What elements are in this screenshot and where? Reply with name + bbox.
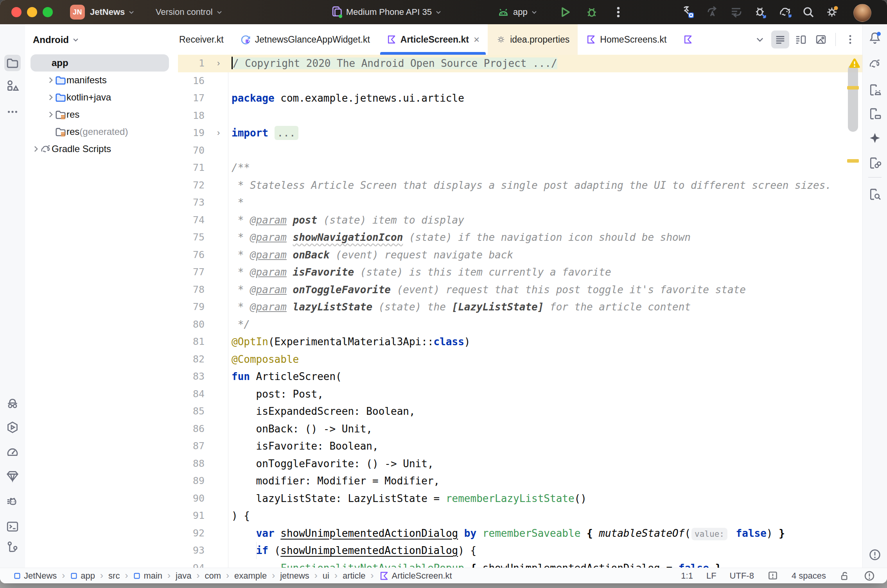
code-line[interactable]: 79 * @param lazyListState (state) the [L… (178, 298, 862, 316)
attach-debugger-icon[interactable] (752, 4, 769, 20)
fold-arrow-icon[interactable]: › (217, 55, 220, 72)
chevron-right-icon[interactable] (32, 145, 40, 152)
gemini-icon[interactable] (867, 130, 883, 146)
app-quality-insights-icon[interactable] (4, 468, 21, 484)
line-separator-widget[interactable]: LF (706, 571, 716, 581)
code-line[interactable]: 70 (178, 142, 862, 160)
design-view-icon[interactable] (812, 30, 830, 48)
build-icon[interactable] (680, 4, 696, 20)
logcat-icon[interactable] (4, 493, 21, 510)
tree-item-gradle-scripts[interactable]: Gradle Scripts (25, 140, 178, 158)
code-line[interactable]: 17package com.example.jetnews.ui.article (178, 90, 862, 107)
chevron-right-icon[interactable] (47, 77, 55, 84)
device-mirroring-icon[interactable] (867, 155, 883, 171)
tab-idea-properties[interactable]: idea.properties (488, 24, 578, 55)
close-window-button[interactable] (11, 7, 22, 17)
debug-icon[interactable] (584, 4, 600, 20)
settings-gear-icon[interactable] (824, 4, 840, 20)
indent-widget[interactable]: 4 spaces (792, 571, 826, 581)
breadcrumb-item-jetnews[interactable]: jetnews (280, 571, 309, 581)
breadcrumb-item-example[interactable]: example (234, 571, 267, 581)
run-configuration-selector[interactable]: app (497, 0, 537, 24)
code-line[interactable]: 92 var showUnimplementedActionDialog by … (178, 525, 862, 542)
code-line[interactable]: 19›import ... (178, 124, 862, 142)
apply-changes-restart-icon[interactable] (704, 4, 720, 20)
breadcrumb-item-articlescreen-kt[interactable]: ArticleScreen.kt (379, 571, 452, 581)
tab-jetnewsglanceappwidget-kt[interactable]: JetnewsGlanceAppWidget.kt (232, 24, 378, 55)
error-indicator-icon[interactable] (864, 570, 875, 582)
tree-item-res[interactable]: res (25, 106, 178, 123)
layout-inspector-icon[interactable] (867, 186, 883, 203)
code-line[interactable]: 87 isFavorite: Boolean, (178, 437, 862, 455)
split-view-icon[interactable] (792, 30, 810, 48)
code-line[interactable]: 93 if (showUnimplementedActionDialog) { (178, 542, 862, 559)
breadcrumb-item-main[interactable]: main (133, 571, 162, 581)
code-line[interactable]: 83fun ArticleScreen( (178, 368, 862, 385)
breadcrumb-item-article[interactable]: article (343, 571, 366, 581)
code-line[interactable]: 89 modifier: Modifier = Modifier, (178, 472, 862, 490)
breadcrumb-item-ui[interactable]: ui (323, 571, 329, 581)
code-line[interactable]: 72 * Stateless Article Screen that displ… (178, 177, 862, 194)
unlocked-icon[interactable] (839, 570, 850, 581)
code-line[interactable]: 86 onBack: () -> Unit, (178, 420, 862, 438)
code-line[interactable]: 82@Composable (178, 351, 862, 368)
tree-item-app[interactable]: app (25, 54, 178, 72)
chevron-right-icon[interactable] (47, 111, 55, 118)
apply-code-changes-icon[interactable] (728, 4, 745, 20)
code-line[interactable]: 18 (178, 107, 862, 125)
tree-item-kotlin-java[interactable]: kotlin+java (25, 89, 178, 106)
run-icon[interactable] (557, 4, 573, 20)
search-everywhere-icon[interactable] (800, 4, 817, 20)
device-selector[interactable]: Medium Phone API 35 (330, 0, 441, 24)
tab-homescreens-kt[interactable]: HomeScreens.kt (578, 24, 675, 55)
code-view-icon[interactable] (771, 30, 789, 48)
device-manager-icon[interactable] (867, 82, 883, 98)
services-icon[interactable] (4, 419, 21, 436)
breadcrumb-item-app[interactable]: app (70, 571, 95, 581)
encoding-widget[interactable]: UTF-8 (730, 571, 754, 581)
more-tool-windows-icon[interactable] (4, 104, 21, 120)
resource-manager-icon[interactable] (4, 77, 21, 94)
breadcrumb-item-jetnews[interactable]: JetNews (13, 571, 57, 581)
problems-icon[interactable] (867, 547, 883, 563)
more-options-icon[interactable] (610, 4, 627, 20)
code-editor[interactable]: 1›/ Copyright 2020 The Android Open Sour… (178, 55, 862, 568)
breadcrumb-item-com[interactable]: com (205, 571, 221, 581)
breadcrumb-item-java[interactable]: java (176, 571, 191, 581)
code-line[interactable]: 90 lazyListState: LazyListState = rememb… (178, 490, 862, 507)
version-control-menu[interactable]: Version control (156, 0, 222, 24)
chevron-right-icon[interactable] (47, 94, 55, 101)
terminal-icon[interactable] (4, 518, 21, 535)
version-control-icon[interactable] (4, 539, 21, 555)
code-line[interactable]: 80 */ (178, 316, 862, 333)
minimize-window-button[interactable] (27, 7, 37, 17)
code-line[interactable]: 85 isExpandedScreen: Boolean, (178, 403, 862, 420)
code-line[interactable]: 94 FunctionalityNotAvailablePopup { show… (178, 559, 862, 568)
tab-receiver-kt[interactable]: Receiver.kt (178, 24, 232, 55)
tree-item-manifests[interactable]: manifests (25, 72, 178, 89)
code-line[interactable]: 78 * @param onToggleFavorite (event) req… (178, 281, 862, 299)
gradle-icon[interactable] (867, 56, 883, 72)
fold-arrow-icon[interactable]: › (217, 124, 220, 142)
code-line[interactable]: 73 * (178, 194, 862, 212)
tree-item-res[interactable]: res (generated) (25, 123, 178, 140)
gradle-sync-icon[interactable] (777, 4, 793, 20)
code-line[interactable]: 76 * @param onBack (event) request navig… (178, 246, 862, 264)
code-line[interactable]: 75 * @param showNavigationIcon (state) i… (178, 229, 862, 246)
bell-icon[interactable] (867, 30, 883, 46)
running-devices-icon[interactable] (867, 106, 883, 122)
hidden-tabs-chevron-icon[interactable] (751, 30, 769, 48)
code-line[interactable]: 74 * @param post (state) item to display (178, 212, 862, 229)
code-line[interactable]: 88 onToggleFavorite: () -> Unit, (178, 455, 862, 473)
user-avatar[interactable] (853, 4, 871, 22)
code-line[interactable]: 71/** (178, 159, 862, 177)
code-line[interactable]: 84 post: Post, (178, 385, 862, 403)
breadcrumb-item-src[interactable]: src (108, 571, 120, 581)
tab-partial[interactable] (675, 24, 693, 55)
code-line[interactable]: 16 (178, 72, 862, 90)
project-folder-icon[interactable] (4, 55, 21, 71)
code-line[interactable]: 77 * @param isFavorite (state) is this i… (178, 264, 862, 281)
app-inspection-icon[interactable] (4, 395, 21, 411)
editor-notification-icon[interactable] (767, 570, 778, 581)
code-line[interactable]: 1›/ Copyright 2020 The Android Open Sour… (178, 55, 862, 72)
